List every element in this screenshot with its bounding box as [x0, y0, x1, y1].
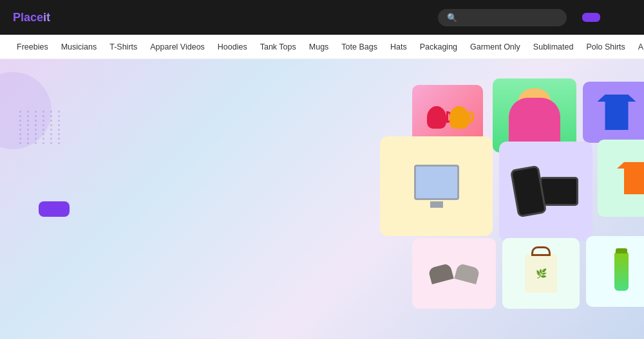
- cta-button[interactable]: [39, 201, 70, 217]
- mockup-image-tshirt: [583, 82, 644, 143]
- logo[interactable]: Placeit: [13, 12, 50, 23]
- cat-item-tank-tops[interactable]: Tank Tops: [254, 35, 303, 59]
- cat-item-apparel[interactable]: Apparel: [632, 35, 644, 59]
- mockup-image-tote-bag: 🌿: [502, 238, 580, 309]
- top-navigation: Placeit 🔍: [0, 0, 644, 35]
- search-input[interactable]: [462, 13, 553, 23]
- search-icon: 🔍: [447, 13, 457, 23]
- cat-item-hats[interactable]: Hats: [384, 35, 413, 59]
- hero-images-collage: 🌿: [374, 72, 644, 326]
- mockup-image-phone-tablet: [499, 142, 592, 241]
- cat-item-packaging[interactable]: Packaging: [413, 35, 464, 59]
- category-navigation: Freebies Musicians T-Shirts Apparel Vide…: [0, 35, 644, 59]
- search-box: 🔍: [438, 9, 567, 26]
- hero-content: [39, 182, 70, 217]
- cat-item-sublimated[interactable]: Sublimated: [527, 35, 580, 59]
- cat-item-apparel-videos[interactable]: Apparel Videos: [144, 35, 211, 59]
- hero-bg-dots: // Generate dots const dotContainer = do…: [19, 111, 63, 144]
- cat-item-musicians[interactable]: Musicians: [55, 35, 104, 59]
- logo-text-place: Place: [13, 11, 43, 24]
- mockup-image-tshirt-hand: [598, 140, 644, 217]
- mockup-image-shoes: [412, 238, 496, 309]
- logo-text-it: it: [43, 11, 50, 24]
- mockup-image-bottle: [586, 236, 644, 307]
- cat-item-tshirts[interactable]: T-Shirts: [103, 35, 144, 59]
- hero-section: // Generate dots const dotContainer = do…: [0, 59, 644, 339]
- cat-item-hoodies[interactable]: Hoodies: [211, 35, 254, 59]
- mockup-image-monitor: [380, 136, 493, 236]
- cat-item-garment-only[interactable]: Garment Only: [464, 35, 527, 59]
- cat-item-tote-bags[interactable]: Tote Bags: [335, 35, 384, 59]
- pricing-button[interactable]: [582, 13, 600, 22]
- cat-item-freebies[interactable]: Freebies: [10, 35, 55, 59]
- cat-item-mugs[interactable]: Mugs: [303, 35, 336, 59]
- cat-item-polo-shirts[interactable]: Polo Shirts: [580, 35, 631, 59]
